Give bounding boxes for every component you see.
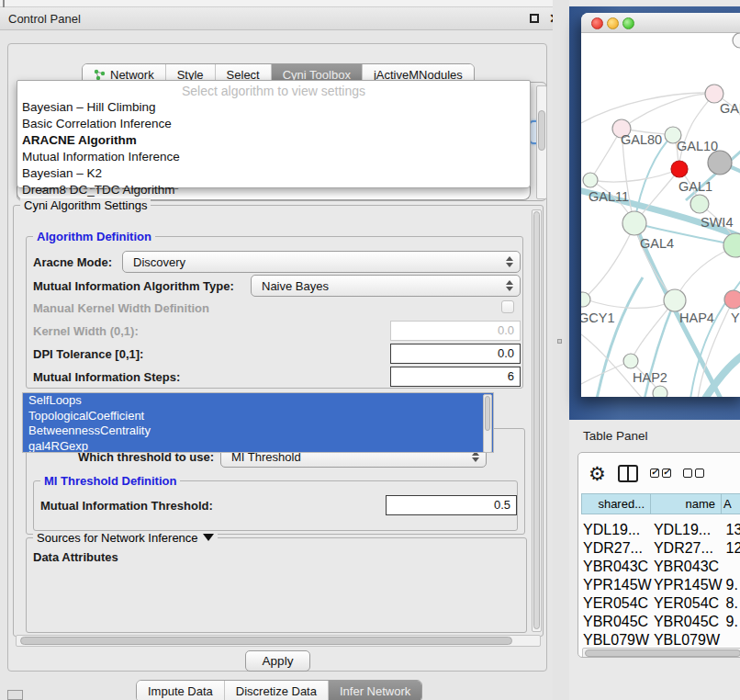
table-row[interactable]: YBR043CYBR043C — [583, 559, 740, 575]
network-node[interactable] — [708, 151, 732, 175]
table-row[interactable]: YBL079WYBL079W — [583, 632, 740, 646]
network-graph[interactable]: GAL7GAL80GAL10GAL1GAL11SWI4GAL4GCY1HAP4Y… — [581, 33, 740, 397]
network-node[interactable] — [623, 354, 638, 368]
algorithm-dropdown-list: Bayesian – Hill ClimbingBasic Correlatio… — [17, 98, 530, 198]
table-panel-title: Table Panel — [583, 429, 648, 443]
table-row[interactable]: YER054CYER054C8. — [583, 595, 740, 612]
network-node[interactable] — [664, 289, 686, 311]
apply-button[interactable]: Apply — [245, 650, 310, 672]
algorithm-option[interactable]: ARACNE Algorithm — [17, 131, 530, 148]
mac-minimize-icon[interactable] — [607, 17, 619, 29]
scroll-thumb[interactable] — [20, 637, 512, 645]
table-cell: YBR043C — [654, 559, 724, 575]
mac-zoom-icon[interactable] — [622, 17, 634, 29]
network-node[interactable] — [723, 233, 740, 257]
column-header[interactable]: name — [651, 494, 722, 514]
scroll-thumb[interactable] — [533, 211, 540, 629]
algorithm-dropdown: Select algorithm to view settings Bayesi… — [17, 80, 531, 188]
deselect-all-checks-icon[interactable] — [683, 469, 704, 478]
scroll-thumb[interactable] — [538, 110, 545, 151]
tab-infer-network[interactable]: Infer Network — [328, 681, 421, 700]
algorithm-option[interactable]: Bayesian – Hill Climbing — [17, 98, 530, 115]
cyni-horizontal-scrollbar[interactable] — [16, 635, 541, 647]
attributes-scrollbar[interactable] — [483, 394, 492, 453]
table-panel: Table Panel ⚙ shared...nameA YDL19...YDL… — [569, 420, 740, 700]
control-panel-body: galFiltered.sif default node NetworkStyl… — [0, 30, 569, 678]
sources-title[interactable]: Sources for Network Inference — [33, 531, 218, 545]
algorithm-dropdown-prompt: Select algorithm to view settings — [17, 81, 530, 98]
algorithm-option[interactable]: Basic Correlation Inference — [17, 115, 530, 131]
network-node-label: Y — [731, 310, 740, 325]
network-edge[interactable] — [675, 248, 733, 300]
table-row[interactable]: YDL19...YDL19...13 — [583, 522, 740, 538]
network-node[interactable] — [690, 195, 709, 213]
attribute-item[interactable]: gal4RGexp — [23, 439, 493, 454]
network-node[interactable] — [671, 161, 688, 177]
dpi-tolerance-field[interactable]: 0.0 — [390, 344, 521, 364]
network-node[interactable] — [705, 85, 723, 103]
table-cell: YBL079W — [654, 632, 724, 646]
mi-threshold-field[interactable]: 0.5 — [386, 495, 517, 515]
aracne-mode-combo[interactable]: Discovery — [122, 251, 521, 273]
table-cell: YDR27... — [654, 540, 724, 557]
mac-close-icon[interactable] — [591, 17, 603, 29]
app-top-strip — [0, 0, 569, 7]
split-columns-icon[interactable] — [618, 465, 638, 482]
table-row[interactable]: YPR145WYPR145W9. — [583, 577, 740, 593]
network-node[interactable] — [622, 211, 646, 235]
column-header[interactable]: shared... — [582, 494, 651, 514]
mi-type-combo[interactable]: Naive Bayes — [251, 275, 521, 297]
table-horizontal-scrollbar[interactable] — [582, 648, 740, 658]
cyni-settings-title: Cyni Algorithm Settings — [20, 198, 151, 212]
manual-kernel-checkbox[interactable] — [501, 300, 514, 313]
mi-steps-field[interactable]: 6 — [390, 367, 521, 387]
network-node-label: GCY1 — [581, 310, 615, 325]
network-node[interactable] — [581, 292, 590, 307]
attribute-item[interactable]: BetweennessCentrality — [23, 423, 493, 439]
gear-icon[interactable]: ⚙ — [589, 464, 606, 483]
network-window-titlebar[interactable] — [581, 13, 740, 33]
attribute-item[interactable]: TopologicalCoefficient — [23, 409, 493, 424]
dpi-tolerance-value: 0.0 — [498, 346, 514, 360]
tab-discretize-data[interactable]: Discretize Data — [224, 681, 328, 700]
split-pane-divider[interactable] — [553, 0, 569, 700]
divider-grip-icon[interactable] — [557, 339, 562, 344]
table-row[interactable]: YBR045CYBR045C9. — [583, 614, 740, 630]
table-cell: YER054C — [583, 595, 652, 612]
upper-vertical-scrollbar[interactable] — [536, 85, 547, 199]
scroll-thumb[interactable] — [585, 649, 740, 657]
table-row[interactable]: YDR27...YDR27...12 — [583, 540, 740, 557]
collapsed-panel-button[interactable] — [7, 690, 23, 700]
table-cell: 9. — [726, 577, 740, 593]
resize-nub — [3, 0, 5, 7]
table-cell: 9. — [726, 614, 740, 630]
scroll-thumb[interactable] — [485, 396, 490, 431]
data-attributes-list[interactable]: SelfLoopsTopologicalCoefficientBetweenne… — [22, 392, 494, 453]
network-node-label: HAP4 — [679, 310, 714, 325]
network-node[interactable] — [733, 33, 740, 48]
algorithm-option[interactable]: Bayesian – K2 — [17, 164, 530, 181]
control-panel-title: Control Panel — [8, 12, 81, 26]
algorithm-option[interactable]: Dream8 DC_TDC Algorithm — [17, 181, 530, 198]
network-node[interactable] — [653, 386, 667, 397]
network-node-label: GAL10 — [677, 139, 718, 153]
network-edge[interactable] — [583, 225, 634, 299]
network-node-label: GAL80 — [621, 132, 662, 147]
select-all-checks-icon[interactable] — [650, 469, 671, 478]
column-header[interactable]: A — [722, 494, 740, 514]
attribute-item[interactable]: SelfLoops — [23, 393, 493, 409]
network-desktop: GAL7GAL80GAL10GAL1GAL11SWI4GAL4GCY1HAP4Y… — [569, 6, 740, 420]
algorithm-option[interactable]: Mutual Information Inference — [17, 148, 530, 164]
network-edge[interactable] — [590, 169, 679, 182]
mi-steps-value: 6 — [508, 369, 514, 383]
table-cell: YPR145W — [654, 577, 724, 593]
table-panel-frame: ⚙ shared...nameA YDL19...YDL19...13YDR27… — [577, 452, 740, 658]
cyni-vertical-scrollbar[interactable] — [532, 209, 542, 632]
network-edge[interactable] — [581, 93, 712, 123]
tab-impute-data[interactable]: Impute Data — [137, 681, 224, 700]
kernel-width-field[interactable]: 0.0 — [390, 321, 521, 341]
network-view-window[interactable]: GAL7GAL80GAL10GAL1GAL11SWI4GAL4GCY1HAP4Y… — [581, 13, 740, 397]
network-node[interactable] — [724, 290, 740, 309]
float-window-icon[interactable] — [530, 14, 539, 23]
network-node[interactable] — [583, 173, 598, 187]
